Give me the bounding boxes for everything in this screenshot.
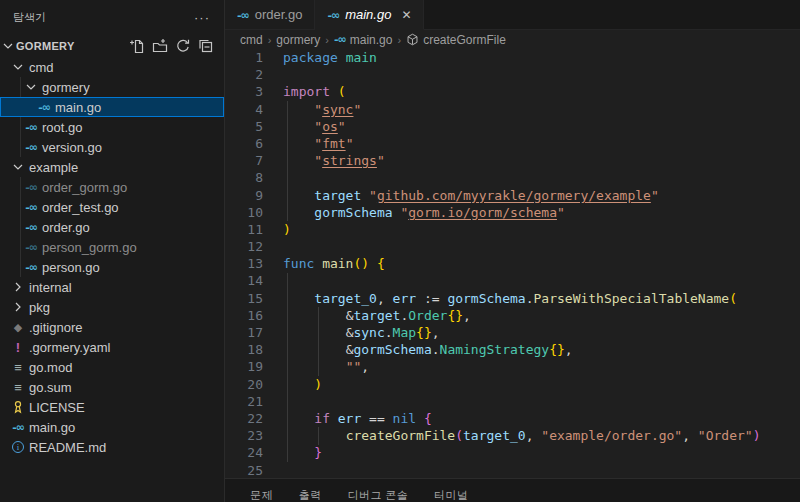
code-line-1[interactable]: 1package main (225, 49, 800, 66)
panel-tab-문제[interactable]: 문제 (250, 479, 273, 502)
tree-folder-example[interactable]: example (0, 157, 224, 177)
new-folder-icon[interactable] (152, 38, 168, 54)
tree-file-version.go[interactable]: -∞version.go (0, 137, 224, 157)
tree-file-root.go[interactable]: -∞root.go (0, 117, 224, 137)
code-line-18[interactable]: 18 &gormSchema.NamingStrategy{}, (225, 341, 800, 358)
line-text: createGormFile(target_0, "example/order.… (283, 427, 760, 444)
line-text: "sync" (283, 101, 361, 118)
code-editor[interactable]: 1package main23import (4 "sync"5 "os"6 "… (225, 49, 800, 478)
panel-tab-터미널[interactable]: 터미널 (434, 479, 468, 502)
panel-tab-출력[interactable]: 출력 (299, 479, 322, 502)
code-line-12[interactable]: 12 (225, 238, 800, 255)
file-tree: cmdgormery-∞main.go-∞root.go-∞version.go… (0, 57, 224, 457)
line-text: target_0, err := gormSchema.ParseWithSpe… (283, 290, 737, 307)
code-line-23[interactable]: 23 createGormFile(target_0, "example/ord… (225, 427, 800, 444)
tree-file-.gitignore[interactable]: ◆.gitignore (0, 317, 224, 337)
breadcrumb-separator: › (325, 34, 329, 46)
tree-file-go.mod[interactable]: ≡go.mod (0, 357, 224, 377)
chevron-right-icon (10, 299, 26, 315)
vscode-window: 탐색기 ··· GORMERY cmdgormery-∞main.go-∞roo… (0, 0, 800, 502)
line-text: import ( (283, 83, 346, 100)
code-line-4[interactable]: 4 "sync" (225, 101, 800, 118)
code-line-9[interactable]: 9 target "github.com/myyrakle/gormery/ex… (225, 187, 800, 204)
lines-file-icon: ≡ (10, 380, 26, 395)
tree-file-main.go[interactable]: -∞main.go (0, 417, 224, 437)
code-line-3[interactable]: 3import ( (225, 83, 800, 100)
go-file-icon: -∞ (237, 7, 249, 22)
tree-file-person.go[interactable]: -∞person.go (0, 257, 224, 277)
tree-folder-internal[interactable]: internal (0, 277, 224, 297)
breadcrumb-item-cmd[interactable]: cmd (240, 33, 263, 47)
tree-folder-gormery[interactable]: gormery (0, 77, 224, 97)
breadcrumb-item-createGormFile[interactable]: createGormFile (406, 33, 506, 47)
code-line-2[interactable]: 2 (225, 66, 800, 83)
code-line-7[interactable]: 7 "strings" (225, 152, 800, 169)
line-number: 23 (225, 427, 263, 444)
go-file-icon: -∞ (23, 201, 39, 214)
code-line-21[interactable]: 21 (225, 393, 800, 410)
code-line-14[interactable]: 14 (225, 272, 800, 289)
code-line-11[interactable]: 11) (225, 221, 800, 238)
yaml-file-icon: ! (10, 340, 26, 355)
code-line-10[interactable]: 10 gormSchema "gorm.io/gorm/schema" (225, 204, 800, 221)
more-actions-icon[interactable]: ··· (194, 14, 210, 22)
line-text: &target.Order{}, (283, 307, 471, 324)
tree-item-label: order_gorm.go (42, 180, 127, 195)
tree-folder-cmd[interactable]: cmd (0, 57, 224, 77)
go-file-icon: -∞ (23, 261, 39, 274)
collapse-all-icon[interactable] (198, 38, 214, 54)
code-line-5[interactable]: 5 "os" (225, 118, 800, 135)
tree-item-label: person.go (42, 260, 100, 275)
indent-guide (318, 427, 319, 444)
tree-file-order.go[interactable]: -∞order.go (0, 217, 224, 237)
code-line-13[interactable]: 13func main() { (225, 255, 800, 272)
code-line-25[interactable]: 25 (225, 462, 800, 479)
line-number: 8 (225, 169, 263, 186)
indent-guide (318, 307, 319, 376)
line-text: target "github.com/myyrakle/gormery/exam… (283, 187, 659, 204)
line-number: 20 (225, 376, 263, 393)
breadcrumb-item-gormery[interactable]: gormery (276, 33, 320, 47)
code-line-20[interactable]: 20 ) (225, 376, 800, 393)
tree-item-label: pkg (29, 300, 50, 315)
code-line-24[interactable]: 24 } (225, 444, 800, 461)
line-text: "strings" (283, 152, 385, 169)
tree-folder-pkg[interactable]: pkg (0, 297, 224, 317)
breadcrumb-label: createGormFile (423, 33, 506, 47)
chevron-down-icon (10, 59, 26, 75)
project-name: GORMERY (16, 40, 75, 52)
tree-file-go.sum[interactable]: ≡go.sum (0, 377, 224, 397)
close-icon[interactable]: ✕ (401, 9, 411, 21)
line-number: 3 (225, 83, 263, 100)
tree-file-person_gorm.go[interactable]: -∞person_gorm.go (0, 237, 224, 257)
tree-file-order_gorm.go[interactable]: -∞order_gorm.go (0, 177, 224, 197)
code-line-22[interactable]: 22 if err == nil { (225, 410, 800, 427)
line-number: 21 (225, 393, 263, 410)
tree-file-order_test.go[interactable]: -∞order_test.go (0, 197, 224, 217)
panel-tab-디버그 콘솔[interactable]: 디버그 콘솔 (348, 479, 408, 502)
code-line-16[interactable]: 16 &target.Order{}, (225, 307, 800, 324)
project-section-header[interactable]: GORMERY (0, 35, 224, 57)
tree-file-README.md[interactable]: iREADME.md (0, 437, 224, 457)
code-line-17[interactable]: 17 &sync.Map{}, (225, 324, 800, 341)
editor-tab-order.go[interactable]: -∞order.go (225, 0, 315, 29)
explorer-actions (129, 38, 214, 54)
editor-tab-main.go[interactable]: -∞main.go✕ (315, 0, 424, 30)
breadcrumb-separator: › (268, 34, 272, 46)
line-text: ) (283, 221, 291, 238)
refresh-icon[interactable] (175, 38, 191, 54)
tree-item-label: order.go (42, 220, 90, 235)
line-number: 6 (225, 135, 263, 152)
code-line-19[interactable]: 19 "", (225, 358, 800, 375)
code-line-15[interactable]: 15 target_0, err := gormSchema.ParseWith… (225, 290, 800, 307)
tree-file-.gormery.yaml[interactable]: !.gormery.yaml (0, 337, 224, 357)
go-file-icon: -∞ (327, 7, 339, 22)
breadcrumb-item-main.go[interactable]: -∞main.go (334, 33, 392, 47)
code-line-6[interactable]: 6 "fmt" (225, 135, 800, 152)
code-line-8[interactable]: 8 (225, 169, 800, 186)
tree-file-LICENSE[interactable]: LICENSE (0, 397, 224, 417)
tree-item-label: internal (29, 280, 72, 295)
line-text: "os" (283, 118, 346, 135)
tree-file-main.go[interactable]: -∞main.go (0, 97, 224, 117)
new-file-icon[interactable] (129, 38, 145, 54)
